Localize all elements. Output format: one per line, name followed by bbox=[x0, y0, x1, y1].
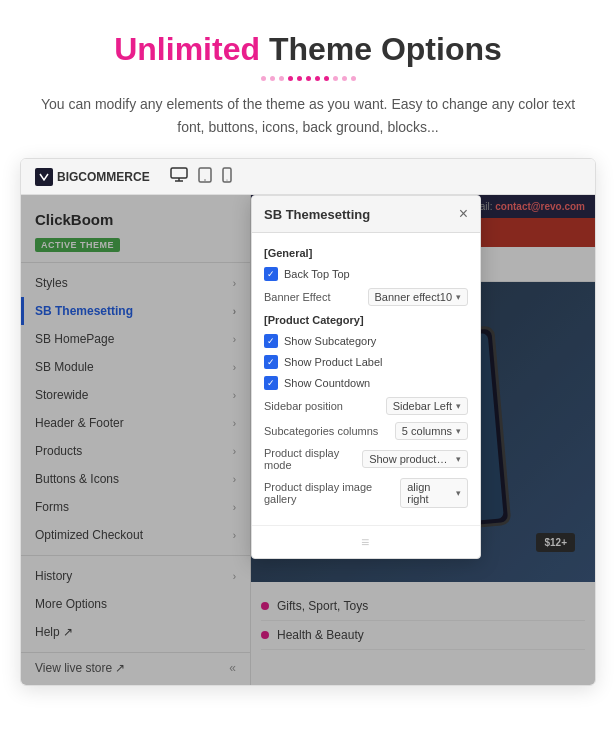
product-display-mode-select[interactable]: Show products in a gri... ▾ bbox=[362, 450, 468, 468]
page-wrapper: Unlimited Theme Options You can modify a… bbox=[0, 0, 616, 706]
dropdown-arrow-icon: ▾ bbox=[456, 292, 461, 302]
header-dots bbox=[20, 76, 596, 81]
logo-icon bbox=[35, 168, 53, 186]
show-product-label-checkbox[interactable]: ✓ bbox=[264, 355, 278, 369]
dot-6 bbox=[306, 76, 311, 81]
check-icon: ✓ bbox=[267, 337, 275, 346]
header-title: Unlimited Theme Options bbox=[20, 30, 596, 68]
dot-5 bbox=[297, 76, 302, 81]
header-subtitle: You can modify any elements of the theme… bbox=[40, 93, 576, 138]
product-display-image-gallery-label: Product display image gallery bbox=[264, 481, 400, 505]
section-label-product-category: [Product Category] bbox=[264, 314, 468, 326]
dot-7 bbox=[315, 76, 320, 81]
modal-panel: SB Themesetting × [General] ✓ Back Top T… bbox=[251, 195, 481, 559]
show-subcategory-checkbox[interactable]: ✓ bbox=[264, 334, 278, 348]
back-top-top-label: Back Top Top bbox=[284, 268, 468, 280]
subcategories-columns-value: 5 columns bbox=[402, 425, 452, 437]
svg-rect-0 bbox=[171, 168, 187, 178]
dot-3 bbox=[279, 76, 284, 81]
check-icon: ✓ bbox=[267, 358, 275, 367]
browser-toolbar: BIGCOMMERCE bbox=[21, 159, 595, 195]
check-icon: ✓ bbox=[267, 379, 275, 388]
product-display-image-gallery-row: Product display image gallery align righ… bbox=[264, 478, 468, 508]
sidebar-position-select[interactable]: Sidebar Left ▾ bbox=[386, 397, 468, 415]
title-suffix: Theme Options bbox=[260, 31, 502, 67]
header-section: Unlimited Theme Options You can modify a… bbox=[20, 30, 596, 138]
mobile-icon[interactable] bbox=[222, 167, 232, 186]
show-product-label-label: Show Product Label bbox=[284, 356, 468, 368]
logo-text: BIGCOMMERCE bbox=[57, 170, 150, 184]
dot-9 bbox=[333, 76, 338, 81]
dot-8 bbox=[324, 76, 329, 81]
browser-content: ClickBoom ACTIVE THEME Styles › SB Theme… bbox=[21, 195, 595, 685]
dropdown-arrow-icon: ▾ bbox=[456, 401, 461, 411]
dot-4 bbox=[288, 76, 293, 81]
show-product-label-row: ✓ Show Product Label bbox=[264, 355, 468, 369]
product-display-image-gallery-select[interactable]: align right ▾ bbox=[400, 478, 468, 508]
modal-header: SB Themesetting × bbox=[252, 196, 480, 233]
show-subcategory-label: Show Subcategory bbox=[284, 335, 468, 347]
modal-footer: ≡ bbox=[252, 525, 480, 558]
product-display-image-gallery-value: align right bbox=[407, 481, 452, 505]
banner-effect-select[interactable]: Banner effect10 ▾ bbox=[368, 288, 468, 306]
product-display-mode-row: Product display mode Show products in a … bbox=[264, 447, 468, 471]
subcategories-columns-label: Subcategories columns bbox=[264, 425, 378, 437]
browser-logo: BIGCOMMERCE bbox=[35, 168, 150, 186]
dot-10 bbox=[342, 76, 347, 81]
subcategories-columns-select[interactable]: 5 columns ▾ bbox=[395, 422, 468, 440]
svg-point-6 bbox=[226, 180, 227, 181]
show-countdown-row: ✓ Show Countdown bbox=[264, 376, 468, 390]
banner-effect-label: Banner Effect bbox=[264, 291, 330, 303]
show-subcategory-row: ✓ Show Subcategory bbox=[264, 334, 468, 348]
sidebar-position-value: Sidebar Left bbox=[393, 400, 452, 412]
modal-close-button[interactable]: × bbox=[459, 206, 468, 222]
browser-mockup: BIGCOMMERCE bbox=[20, 158, 596, 686]
title-unlimited: Unlimited bbox=[114, 31, 260, 67]
tablet-icon[interactable] bbox=[198, 167, 212, 186]
subcategories-columns-row: Subcategories columns 5 columns ▾ bbox=[264, 422, 468, 440]
dot-11 bbox=[351, 76, 356, 81]
dot-2 bbox=[270, 76, 275, 81]
check-icon: ✓ bbox=[267, 270, 275, 279]
back-top-top-row: ✓ Back Top Top bbox=[264, 267, 468, 281]
drag-handle-icon[interactable]: ≡ bbox=[361, 534, 371, 550]
back-top-top-checkbox[interactable]: ✓ bbox=[264, 267, 278, 281]
modal-body: [General] ✓ Back Top Top Banner Effect B… bbox=[252, 233, 480, 525]
sidebar-position-row: Sidebar position Sidebar Left ▾ bbox=[264, 397, 468, 415]
banner-effect-value: Banner effect10 bbox=[375, 291, 452, 303]
dropdown-arrow-icon: ▾ bbox=[456, 426, 461, 436]
dot-1 bbox=[261, 76, 266, 81]
svg-point-4 bbox=[204, 179, 206, 181]
modal-overlay: SB Themesetting × [General] ✓ Back Top T… bbox=[21, 195, 595, 685]
device-icons bbox=[170, 167, 232, 186]
show-countdown-label: Show Countdown bbox=[284, 377, 468, 389]
banner-effect-row: Banner Effect Banner effect10 ▾ bbox=[264, 288, 468, 306]
dropdown-arrow-icon: ▾ bbox=[456, 454, 461, 464]
modal-title: SB Themesetting bbox=[264, 207, 370, 222]
product-display-mode-label: Product display mode bbox=[264, 447, 362, 471]
product-display-mode-value: Show products in a gri... bbox=[369, 453, 452, 465]
section-label-general: [General] bbox=[264, 247, 468, 259]
desktop-icon[interactable] bbox=[170, 167, 188, 186]
sidebar-position-label: Sidebar position bbox=[264, 400, 343, 412]
show-countdown-checkbox[interactable]: ✓ bbox=[264, 376, 278, 390]
dropdown-arrow-icon: ▾ bbox=[456, 488, 461, 498]
